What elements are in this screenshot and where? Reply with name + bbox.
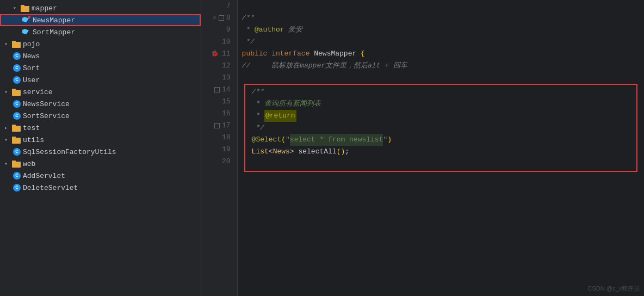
type-news: News	[273, 146, 290, 158]
debug-icon-11: 🐞	[211, 48, 219, 60]
line-16: 16	[206, 108, 233, 120]
comment-9a: *	[242, 24, 255, 36]
paren-close: )	[387, 134, 392, 146]
arrow-utils	[4, 137, 11, 143]
file-add-servlet[interactable]: C AddServlet	[0, 170, 201, 182]
label-sort: Sort	[23, 64, 40, 72]
line-numbers: 7 ≡ - 8 9 10 🐞 11 12	[201, 0, 238, 296]
sql-string: select * from newslist	[290, 134, 383, 146]
str-quote-open: "	[286, 134, 290, 146]
label-utils: utils	[23, 136, 44, 144]
class-icon-sql-utils: C	[13, 148, 21, 156]
line-12: 12	[206, 60, 233, 72]
line-9: 9	[206, 24, 233, 36]
fold-17[interactable]: -	[214, 123, 220, 128]
line-20: 20	[206, 156, 233, 168]
line-13: 13	[206, 72, 233, 84]
file-user[interactable]: C User	[0, 74, 201, 86]
file-sort[interactable]: C Sort	[0, 62, 201, 74]
semicolon: ;	[345, 146, 349, 158]
mapper-icon-sort	[22, 28, 30, 36]
class-icon-user: C	[13, 76, 21, 84]
svg-rect-3	[12, 41, 16, 43]
label-pojo: pojo	[23, 40, 40, 48]
line-17: - 17	[206, 120, 233, 132]
code-line-13	[242, 72, 640, 84]
comment-17: */	[252, 122, 264, 134]
fold-14[interactable]: -	[214, 87, 220, 92]
comment-12: // 鼠标放在mapper文件里，然后alt + 回车	[242, 60, 407, 72]
code-line-12: // 鼠标放在mapper文件里，然后alt + 回车	[242, 60, 640, 72]
watermark: CSDN @c_v程序员	[587, 285, 640, 293]
code-line-17: */	[245, 122, 636, 134]
brace-open: {	[361, 48, 365, 60]
file-news-service[interactable]: C NewsService	[0, 98, 201, 110]
comment-10: */	[242, 36, 255, 48]
class-icon-news-service: C	[13, 100, 21, 108]
label-add-servlet: AddServlet	[23, 172, 65, 180]
code-line-7	[242, 0, 640, 12]
label-news: News	[23, 52, 40, 60]
folder-icon-service	[12, 88, 21, 96]
label-sort-service: SortService	[23, 112, 70, 120]
return-annotation: @return	[264, 110, 296, 122]
code-line-15: * 查询所有新闻列表	[245, 98, 636, 110]
folder-service[interactable]: service	[0, 86, 201, 98]
comment-14: /**	[252, 86, 264, 98]
folder-mapper[interactable]: mapper	[0, 2, 201, 14]
label-service: service	[23, 88, 53, 96]
folder-utils[interactable]: utils	[0, 134, 201, 146]
line-15: 15	[206, 96, 233, 108]
code-line-16: * @return	[245, 110, 636, 122]
svg-rect-9	[12, 137, 16, 139]
svg-rect-1	[21, 5, 24, 7]
code-line-14: /**	[245, 86, 636, 98]
folder-pojo[interactable]: pojo	[0, 38, 201, 50]
arrow-web	[4, 161, 11, 167]
code-line-19: List<News> selectAll();	[245, 146, 636, 158]
code-area: 7 ≡ - 8 9 10 🐞 11 12	[201, 0, 644, 296]
label-sql-utils: SqlSessionFactoryUtils	[23, 148, 116, 156]
label-delete-servlet: DeleteServlet	[23, 184, 78, 192]
line-11: 🐞 11	[206, 48, 233, 60]
folder-web[interactable]: web	[0, 158, 201, 170]
folder-icon-pojo	[12, 40, 21, 48]
folder-test[interactable]: test	[0, 122, 201, 134]
file-news-mapper[interactable]: NewsMapper	[0, 14, 201, 26]
code-content: /** * @author 羑安 */ public interface New…	[238, 0, 644, 296]
label-web: web	[23, 160, 35, 168]
arrow-mapper	[13, 5, 20, 11]
file-tree[interactable]: mapper NewsMapper SortMapper pojo C News…	[0, 0, 201, 296]
folder-icon-web	[12, 160, 21, 168]
class-icon-news: C	[13, 52, 21, 60]
file-news[interactable]: C News	[0, 50, 201, 62]
file-delete-servlet[interactable]: C DeleteServlet	[0, 182, 201, 194]
line-19: 19	[206, 144, 233, 156]
line-7: 7	[206, 0, 233, 12]
arrow-test	[4, 125, 11, 131]
file-sort-service[interactable]: C SortService	[0, 110, 201, 122]
line-10: 10	[206, 36, 233, 48]
highlight-region: /** * 查询所有新闻列表 * @return */ @Select("sel…	[244, 84, 637, 172]
generic-close: >	[290, 146, 299, 158]
comment-8: /**	[242, 12, 255, 24]
class-icon-sort: C	[13, 64, 21, 72]
kw-interface: interface	[271, 48, 314, 60]
annotation-author: @author	[255, 24, 284, 36]
class-icon-sort-service: C	[13, 112, 21, 120]
comment-16a: *	[252, 110, 264, 122]
arrow-pojo	[4, 41, 11, 47]
label-mapper: mapper	[32, 4, 57, 13]
class-icon-delete-servlet: C	[13, 184, 21, 192]
comment-15: *	[252, 98, 264, 110]
code-editor: 7 ≡ - 8 9 10 🐞 11 12	[201, 0, 644, 296]
comment-9b: 羑安	[284, 24, 303, 36]
fold-8[interactable]: -	[219, 15, 224, 21]
file-sql-utils[interactable]: C SqlSessionFactoryUtils	[0, 146, 201, 158]
folder-icon-utils	[12, 136, 21, 144]
svg-rect-7	[12, 125, 16, 127]
folder-icon-mapper	[21, 4, 29, 12]
str-quote-close: "	[383, 134, 387, 146]
file-sort-mapper[interactable]: SortMapper	[0, 26, 201, 38]
code-line-8: /**	[242, 12, 640, 24]
